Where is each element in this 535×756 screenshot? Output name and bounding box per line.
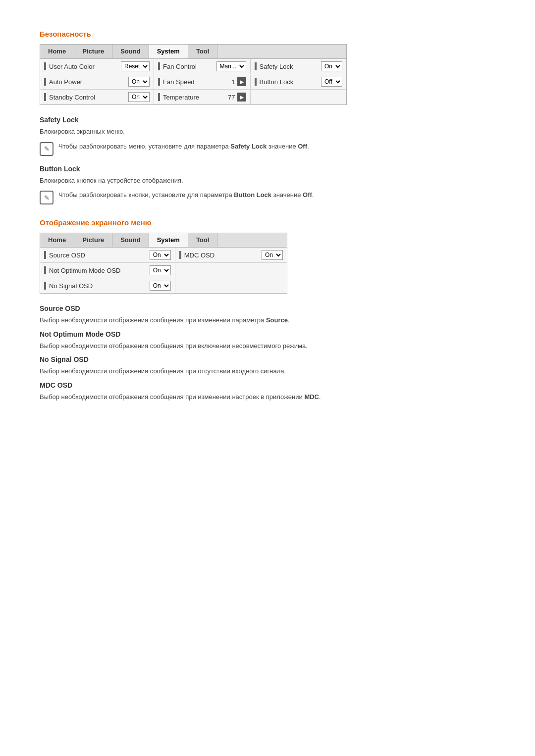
mdc-osd-select[interactable]: On Off: [262, 250, 283, 260]
security-title: Безопасность: [40, 30, 495, 38]
not-optimum-osd-description: Выбор необходимости отображения сообщени…: [40, 341, 495, 351]
safety-lock-label: Safety Lock: [260, 63, 320, 70]
row-indicator: [44, 62, 46, 70]
fan-speed-label: Fan Speed: [163, 78, 227, 86]
no-signal-osd-col: No Signal OSD On Off: [40, 278, 175, 293]
mdc-osd-col: MDC OSD On Off: [175, 248, 287, 262]
source-osd-col: Source OSD On Off: [40, 248, 175, 262]
user-auto-color-col: User Auto Color Reset: [40, 59, 154, 74]
safety-lock-note-text: Чтобы разблокировать меню, установите дл…: [58, 142, 309, 151]
table-row: No Signal OSD On Off: [40, 278, 287, 293]
osd-tab-tool[interactable]: Tool: [188, 233, 217, 247]
osd-tab-sound[interactable]: Sound: [112, 233, 149, 247]
safety-lock-note: ✎ Чтобы разблокировать меню, установите …: [40, 142, 495, 156]
user-auto-color-select[interactable]: Reset: [121, 61, 150, 71]
tab-sound[interactable]: Sound: [112, 45, 149, 58]
safety-lock-description: Блокировка экранных меню.: [40, 127, 495, 137]
osd-tab-home[interactable]: Home: [40, 233, 74, 247]
no-signal-osd-label: No Signal OSD: [49, 282, 148, 290]
mdc-osd-label: MDC OSD: [184, 252, 260, 259]
source-osd-heading: Source OSD: [40, 304, 495, 312]
temperature-value: 77: [228, 94, 235, 101]
fan-control-select[interactable]: Man...: [216, 61, 246, 71]
row-indicator: [44, 282, 46, 290]
safety-lock-heading: Safety Lock: [40, 116, 495, 124]
fan-speed-col: Fan Speed 1 ▶: [154, 75, 251, 89]
mdc-osd-description: Выбор необходимости отображения сообщени…: [40, 392, 495, 402]
table-row: Standby Control On Off Temperature 77 ▶: [40, 90, 346, 104]
button-lock-note: ✎ Чтобы разблокировать кнопки, установит…: [40, 190, 495, 204]
note-icon: ✎: [40, 191, 54, 204]
fan-speed-value: 1: [231, 78, 235, 86]
user-auto-color-label: User Auto Color: [49, 63, 119, 70]
tab-tool[interactable]: Tool: [188, 45, 217, 58]
source-osd-description: Выбор необходимости отображения сообщени…: [40, 315, 495, 325]
no-signal-osd-description: Выбор необходимости отображения сообщени…: [40, 366, 495, 376]
button-lock-label: Button Lock: [260, 78, 320, 86]
osd-tab-row: Home Picture Sound System Tool: [40, 233, 287, 248]
fan-control-label: Fan Control: [163, 63, 214, 70]
not-optimum-osd-select[interactable]: On Off: [150, 265, 171, 275]
temperature-col: Temperature 77 ▶: [154, 90, 251, 104]
standby-control-select[interactable]: On Off: [128, 92, 150, 102]
safety-lock-select[interactable]: On Off: [321, 61, 342, 71]
no-signal-osd-heading: No Signal OSD: [40, 355, 495, 363]
osd-tab-system[interactable]: System: [149, 233, 188, 247]
row-indicator: [44, 266, 46, 274]
fan-control-col: Fan Control Man...: [154, 59, 251, 74]
row-indicator: [179, 251, 181, 259]
table-row: Not Optimum Mode OSD On Off: [40, 263, 287, 278]
osd-title: Отображение экранного меню: [40, 218, 495, 227]
row-indicator: [255, 78, 257, 86]
not-optimum-osd-label: Not Optimum Mode OSD: [49, 267, 148, 274]
row-indicator: [255, 62, 257, 70]
not-optimum-osd-heading: Not Optimum Mode OSD: [40, 330, 495, 338]
button-lock-heading: Button Lock: [40, 165, 495, 173]
row-indicator: [158, 62, 160, 70]
source-osd-label: Source OSD: [49, 252, 148, 259]
source-osd-select[interactable]: On Off: [150, 250, 171, 260]
table-row: Source OSD On Off MDC OSD On Off: [40, 248, 287, 263]
mdc-osd-heading: MDC OSD: [40, 381, 495, 389]
table-row: User Auto Color Reset Fan Control Man...…: [40, 59, 346, 74]
temperature-nav-btn[interactable]: ▶: [237, 93, 246, 101]
no-signal-osd-select[interactable]: On Off: [150, 281, 171, 291]
row-indicator: [44, 78, 46, 86]
security-section: Безопасность Home Picture Sound System T…: [40, 30, 495, 204]
button-lock-note-text: Чтобы разблокировать кнопки, установите …: [58, 190, 314, 200]
osd-tab-picture[interactable]: Picture: [74, 233, 112, 247]
osd-table: Home Picture Sound System Tool Source OS…: [40, 233, 287, 294]
safety-lock-col: Safety Lock On Off: [251, 59, 347, 74]
button-lock-col: Button Lock On Off: [251, 74, 347, 89]
table-row: Auto Power On Off Fan Speed 1 ▶ Button L…: [40, 74, 346, 90]
temperature-label: Temperature: [163, 94, 224, 101]
row-indicator: [158, 93, 160, 101]
tab-system[interactable]: System: [149, 45, 188, 58]
empty-col: [251, 95, 347, 100]
standby-control-col: Standby Control On Off: [40, 90, 154, 104]
auto-power-label: Auto Power: [49, 78, 126, 86]
security-table: Home Picture Sound System Tool User Auto…: [40, 44, 347, 105]
row-indicator: [44, 251, 46, 259]
fan-speed-nav-btn[interactable]: ▶: [237, 77, 246, 86]
auto-power-select[interactable]: On Off: [128, 77, 150, 87]
standby-control-label: Standby Control: [49, 94, 126, 101]
button-lock-select[interactable]: On Off: [321, 77, 342, 87]
osd-empty-col2: [175, 283, 287, 288]
tab-picture[interactable]: Picture: [74, 45, 112, 58]
not-optimum-osd-col: Not Optimum Mode OSD On Off: [40, 263, 175, 278]
osd-section: Отображение экранного меню Home Picture …: [40, 218, 495, 402]
note-icon: ✎: [40, 142, 54, 156]
row-indicator: [44, 93, 46, 101]
button-lock-description: Блокировка кнопок на устройстве отображе…: [40, 176, 495, 186]
tab-home[interactable]: Home: [40, 45, 74, 58]
row-indicator: [158, 78, 160, 86]
security-tab-row: Home Picture Sound System Tool: [40, 45, 346, 59]
auto-power-col: Auto Power On Off: [40, 74, 154, 89]
osd-empty-col: [175, 268, 287, 273]
